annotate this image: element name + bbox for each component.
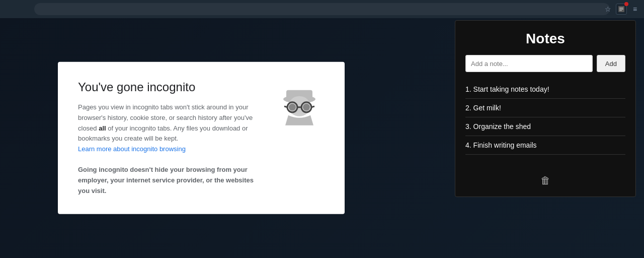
star-icon[interactable]: ☆: [603, 4, 613, 14]
notes-footer: 🗑: [465, 175, 625, 186]
svg-point-13: [303, 104, 310, 111]
trash-icon: 🗑: [540, 175, 550, 186]
notes-panel: Notes Add 1. Start taking notes today! 2…: [455, 20, 636, 197]
incognito-spy-icon: [274, 80, 325, 131]
notes-input-row: Add: [465, 55, 625, 72]
notes-add-button[interactable]: Add: [597, 55, 625, 72]
svg-line-10: [284, 106, 287, 107]
incognito-title: You've gone incognito: [78, 80, 259, 94]
browser-chrome: ☆ ≡: [0, 0, 644, 18]
notes-extension-icon[interactable]: [616, 4, 627, 15]
svg-rect-1: [619, 8, 623, 9]
list-item: 2. Get milk!: [465, 99, 625, 117]
svg-rect-3: [619, 10, 622, 11]
incognito-body2: Going incognito doesn't hide your browsi…: [78, 165, 259, 196]
list-item: 3. Organize the shed: [465, 117, 625, 136]
notes-list: 1. Start taking notes today! 2. Get milk…: [465, 80, 625, 155]
svg-point-12: [289, 104, 296, 111]
incognito-body1: Pages you view in incognito tabs won't s…: [78, 102, 259, 155]
list-item: 4. Finish writing emails: [465, 136, 625, 155]
svg-rect-2: [619, 9, 623, 10]
incognito-card: You've gone incognito Pages you view in …: [58, 62, 345, 214]
browser-icons: ☆ ≡: [603, 4, 640, 15]
incognito-text: You've gone incognito Pages you view in …: [78, 80, 259, 196]
list-item: 1. Start taking notes today!: [465, 80, 625, 99]
notes-add-input[interactable]: [465, 55, 593, 72]
svg-line-11: [311, 106, 314, 107]
main-area: You've gone incognito Pages you view in …: [0, 18, 644, 258]
notes-panel-title: Notes: [465, 31, 625, 47]
menu-icon[interactable]: ≡: [630, 4, 640, 14]
notes-delete-button[interactable]: 🗑: [540, 175, 550, 186]
incognito-learn-more-link[interactable]: Learn more about incognito browsing: [78, 145, 186, 153]
url-bar[interactable]: [34, 3, 610, 15]
